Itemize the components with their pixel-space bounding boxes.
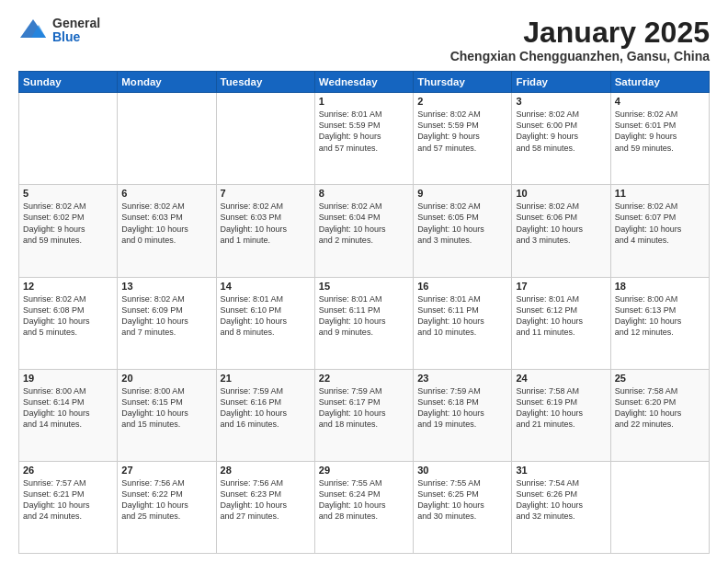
- calendar-week-1: 1Sunrise: 8:01 AM Sunset: 5:59 PM Daylig…: [19, 93, 710, 185]
- calendar-cell: [610, 461, 709, 553]
- day-info: Sunrise: 8:02 AM Sunset: 6:03 PM Dayligh…: [121, 201, 211, 246]
- day-info: Sunrise: 7:54 AM Sunset: 6:26 PM Dayligh…: [516, 477, 606, 523]
- calendar-cell: 1Sunrise: 8:01 AM Sunset: 5:59 PM Daylig…: [314, 93, 413, 185]
- logo-icon: [18, 17, 48, 43]
- calendar-body: 1Sunrise: 8:01 AM Sunset: 5:59 PM Daylig…: [19, 93, 710, 554]
- calendar-cell: 21Sunrise: 7:59 AM Sunset: 6:16 PM Dayli…: [216, 369, 314, 461]
- calendar-cell: 31Sunrise: 7:54 AM Sunset: 6:26 PM Dayli…: [512, 461, 610, 553]
- calendar-cell: 27Sunrise: 7:56 AM Sunset: 6:22 PM Dayli…: [118, 461, 216, 553]
- day-info: Sunrise: 7:59 AM Sunset: 6:16 PM Dayligh…: [221, 385, 311, 431]
- day-info: Sunrise: 8:01 AM Sunset: 6:12 PM Dayligh…: [516, 293, 606, 339]
- calendar-cell: 28Sunrise: 7:56 AM Sunset: 6:23 PM Dayli…: [216, 461, 314, 553]
- day-info: Sunrise: 8:00 AM Sunset: 6:15 PM Dayligh…: [121, 385, 211, 431]
- calendar-cell: 4Sunrise: 8:02 AM Sunset: 6:01 PM Daylig…: [610, 93, 709, 185]
- day-info: Sunrise: 8:02 AM Sunset: 6:05 PM Dayligh…: [417, 201, 507, 246]
- day-number: 27: [121, 465, 211, 476]
- calendar-cell: 3Sunrise: 8:02 AM Sunset: 6:00 PM Daylig…: [512, 93, 610, 185]
- header-thursday: Thursday: [414, 72, 512, 93]
- day-number: 18: [615, 281, 705, 292]
- day-number: 8: [319, 188, 409, 199]
- header-friday: Friday: [512, 72, 610, 93]
- calendar-cell: 22Sunrise: 7:59 AM Sunset: 6:17 PM Dayli…: [314, 369, 413, 461]
- day-number: 6: [121, 188, 211, 199]
- calendar-cell: 23Sunrise: 7:59 AM Sunset: 6:18 PM Dayli…: [414, 369, 512, 461]
- calendar-cell: 13Sunrise: 8:02 AM Sunset: 6:09 PM Dayli…: [118, 277, 216, 369]
- day-number: 31: [516, 465, 606, 476]
- days-header-row: Sunday Monday Tuesday Wednesday Thursday…: [19, 72, 710, 93]
- calendar-cell: 24Sunrise: 7:58 AM Sunset: 6:19 PM Dayli…: [512, 369, 610, 461]
- day-number: 22: [319, 373, 409, 384]
- calendar-cell: 25Sunrise: 7:58 AM Sunset: 6:20 PM Dayli…: [610, 369, 709, 461]
- calendar-cell: 15Sunrise: 8:01 AM Sunset: 6:11 PM Dayli…: [314, 277, 413, 369]
- day-number: 29: [319, 465, 409, 476]
- day-number: 3: [516, 96, 606, 107]
- header-monday: Monday: [118, 72, 216, 93]
- calendar-week-4: 19Sunrise: 8:00 AM Sunset: 6:14 PM Dayli…: [19, 369, 710, 461]
- day-info: Sunrise: 8:02 AM Sunset: 6:02 PM Dayligh…: [23, 201, 113, 246]
- day-number: 2: [417, 96, 507, 107]
- page: General Blue January 2025 Chengxian Chen…: [0, 0, 728, 563]
- day-number: 14: [221, 281, 311, 292]
- calendar-cell: 9Sunrise: 8:02 AM Sunset: 6:05 PM Daylig…: [414, 185, 512, 277]
- title-block: January 2025 Chengxian Chengguanzhen, Ga…: [450, 17, 710, 63]
- calendar-cell: 8Sunrise: 8:02 AM Sunset: 6:04 PM Daylig…: [314, 185, 413, 277]
- header-saturday: Saturday: [610, 72, 709, 93]
- calendar-cell: 18Sunrise: 8:00 AM Sunset: 6:13 PM Dayli…: [610, 277, 709, 369]
- day-info: Sunrise: 8:02 AM Sunset: 6:09 PM Dayligh…: [121, 293, 211, 339]
- calendar-cell: 17Sunrise: 8:01 AM Sunset: 6:12 PM Dayli…: [512, 277, 610, 369]
- header: General Blue January 2025 Chengxian Chen…: [18, 17, 710, 63]
- day-number: 23: [417, 373, 507, 384]
- day-info: Sunrise: 7:58 AM Sunset: 6:20 PM Dayligh…: [615, 385, 705, 431]
- day-info: Sunrise: 8:01 AM Sunset: 6:11 PM Dayligh…: [319, 293, 409, 339]
- calendar-cell: [216, 93, 314, 185]
- calendar-cell: [118, 93, 216, 185]
- day-number: 13: [121, 281, 211, 292]
- day-info: Sunrise: 7:55 AM Sunset: 6:24 PM Dayligh…: [319, 477, 409, 523]
- header-sunday: Sunday: [19, 72, 118, 93]
- day-info: Sunrise: 8:00 AM Sunset: 6:14 PM Dayligh…: [23, 385, 113, 431]
- calendar-cell: 5Sunrise: 8:02 AM Sunset: 6:02 PM Daylig…: [19, 185, 118, 277]
- day-number: 4: [615, 96, 705, 107]
- day-info: Sunrise: 8:02 AM Sunset: 6:07 PM Dayligh…: [615, 201, 705, 246]
- day-number: 1: [319, 96, 409, 107]
- location-subtitle: Chengxian Chengguanzhen, Gansu, China: [450, 49, 710, 63]
- calendar-cell: [19, 93, 118, 185]
- day-number: 21: [221, 373, 311, 384]
- day-info: Sunrise: 7:58 AM Sunset: 6:19 PM Dayligh…: [516, 385, 606, 431]
- day-info: Sunrise: 8:02 AM Sunset: 6:08 PM Dayligh…: [23, 293, 113, 339]
- day-info: Sunrise: 7:56 AM Sunset: 6:23 PM Dayligh…: [221, 477, 311, 523]
- day-number: 25: [615, 373, 705, 384]
- main-title: January 2025: [450, 17, 710, 49]
- day-info: Sunrise: 8:02 AM Sunset: 6:00 PM Dayligh…: [516, 109, 606, 154]
- calendar-week-3: 12Sunrise: 8:02 AM Sunset: 6:08 PM Dayli…: [19, 277, 710, 369]
- calendar-cell: 30Sunrise: 7:55 AM Sunset: 6:25 PM Dayli…: [414, 461, 512, 553]
- day-number: 30: [417, 465, 507, 476]
- day-info: Sunrise: 8:02 AM Sunset: 6:01 PM Dayligh…: [615, 109, 705, 154]
- day-info: Sunrise: 7:55 AM Sunset: 6:25 PM Dayligh…: [417, 477, 507, 523]
- day-info: Sunrise: 8:02 AM Sunset: 6:03 PM Dayligh…: [221, 201, 311, 246]
- day-number: 24: [516, 373, 606, 384]
- day-number: 28: [221, 465, 311, 476]
- day-number: 16: [417, 281, 507, 292]
- calendar-cell: 10Sunrise: 8:02 AM Sunset: 6:06 PM Dayli…: [512, 185, 610, 277]
- day-number: 12: [23, 281, 113, 292]
- calendar-cell: 20Sunrise: 8:00 AM Sunset: 6:15 PM Dayli…: [118, 369, 216, 461]
- day-info: Sunrise: 8:01 AM Sunset: 6:10 PM Dayligh…: [221, 293, 311, 339]
- day-info: Sunrise: 8:00 AM Sunset: 6:13 PM Dayligh…: [615, 293, 705, 339]
- day-info: Sunrise: 8:02 AM Sunset: 6:06 PM Dayligh…: [516, 201, 606, 246]
- calendar-cell: 29Sunrise: 7:55 AM Sunset: 6:24 PM Dayli…: [314, 461, 413, 553]
- day-number: 5: [23, 188, 113, 199]
- day-info: Sunrise: 7:57 AM Sunset: 6:21 PM Dayligh…: [23, 477, 113, 523]
- day-info: Sunrise: 8:01 AM Sunset: 5:59 PM Dayligh…: [319, 109, 409, 154]
- logo: General Blue: [18, 17, 100, 45]
- calendar-cell: 11Sunrise: 8:02 AM Sunset: 6:07 PM Dayli…: [610, 185, 709, 277]
- day-number: 19: [23, 373, 113, 384]
- day-info: Sunrise: 8:02 AM Sunset: 5:59 PM Dayligh…: [417, 109, 507, 154]
- day-number: 17: [516, 281, 606, 292]
- calendar-header: Sunday Monday Tuesday Wednesday Thursday…: [19, 72, 710, 93]
- calendar-cell: 19Sunrise: 8:00 AM Sunset: 6:14 PM Dayli…: [19, 369, 118, 461]
- calendar-cell: 6Sunrise: 8:02 AM Sunset: 6:03 PM Daylig…: [118, 185, 216, 277]
- day-info: Sunrise: 8:02 AM Sunset: 6:04 PM Dayligh…: [319, 201, 409, 246]
- day-number: 15: [319, 281, 409, 292]
- day-number: 7: [221, 188, 311, 199]
